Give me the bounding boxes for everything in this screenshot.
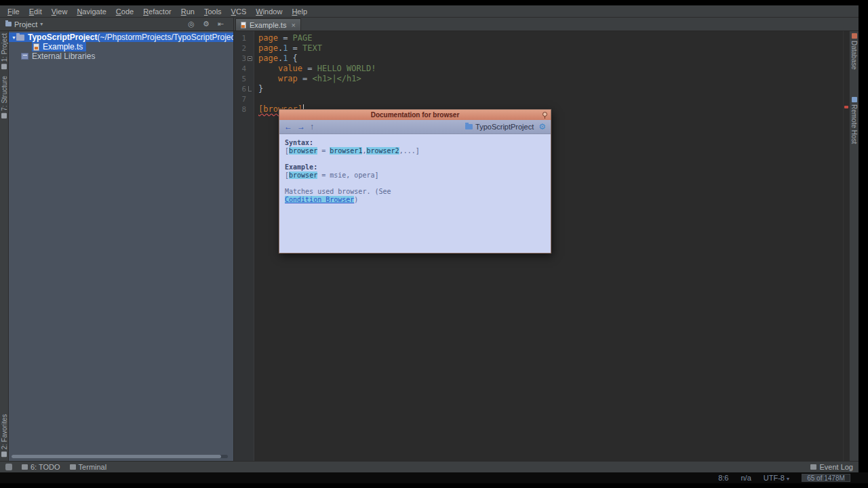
code-token: = bbox=[298, 74, 313, 83]
doc-text: browser1 bbox=[330, 147, 362, 155]
vcs-status[interactable]: n/a bbox=[741, 474, 751, 482]
tree-expander-icon[interactable]: ▼ bbox=[12, 35, 16, 40]
tree-item[interactable]: External Libraries bbox=[21, 52, 98, 61]
code-token: = bbox=[288, 43, 302, 53]
caret-position[interactable]: 8:6 bbox=[718, 474, 728, 482]
menu-item-navigate[interactable]: Navigate bbox=[72, 7, 111, 16]
editor-scrollbar[interactable] bbox=[843, 31, 849, 461]
status-bar: 8:6 n/a UTF-8 ▾ 65 of 1478M bbox=[0, 472, 868, 483]
tree-item[interactable]: Example.ts bbox=[32, 42, 86, 52]
menu-item-help[interactable]: Help bbox=[287, 7, 312, 16]
doc-settings-icon[interactable]: ⚙ bbox=[538, 122, 546, 131]
stripe-text: 7: Structure bbox=[1, 76, 8, 111]
doc-line-3: Example: bbox=[285, 163, 545, 171]
line-number: 8 bbox=[241, 104, 246, 115]
pin-icon[interactable] bbox=[542, 112, 547, 117]
hide-panel-button[interactable]: ⇤ bbox=[215, 20, 226, 28]
menu-mnemonic: E bbox=[29, 7, 34, 16]
toolwindow-button-1-project[interactable]: 1: Project bbox=[1, 33, 8, 69]
code-token: TEXT bbox=[302, 43, 322, 53]
doc-line-0: Syntax: bbox=[285, 139, 545, 147]
menu-item-code[interactable]: Code bbox=[111, 7, 138, 16]
line-number: 3 bbox=[241, 54, 246, 64]
tree-row-1[interactable]: Example.ts bbox=[9, 42, 233, 52]
menu-item-view[interactable]: View bbox=[47, 7, 73, 16]
gutter-line-5: 5 bbox=[234, 74, 254, 84]
forward-button[interactable]: → bbox=[297, 122, 305, 131]
close-tab-icon[interactable]: × bbox=[291, 21, 295, 29]
editor-tab-example-ts[interactable]: Example.ts × bbox=[235, 18, 301, 30]
menu-mnemonic: R bbox=[181, 7, 186, 16]
doc-project-scope[interactable]: TypoScriptProject bbox=[465, 123, 534, 131]
left-stripe-top: 1: Project7: Structure bbox=[1, 33, 8, 119]
line-number: 5 bbox=[241, 74, 246, 84]
fold-column bbox=[246, 84, 254, 94]
toolwindow-button-6-todo[interactable]: 6: TODO bbox=[22, 463, 60, 471]
right-toolwindow-stripe: DatabaseRemote Host bbox=[849, 31, 859, 461]
up-button[interactable]: ↑ bbox=[310, 122, 314, 131]
editor-gutter: 12345678 bbox=[234, 31, 254, 461]
toolwindow-button-remote-host[interactable]: Remote Host bbox=[850, 97, 858, 144]
menu-mnemonic: N bbox=[77, 7, 82, 16]
toolwindow-switcher-icon[interactable] bbox=[5, 464, 12, 470]
fold-close-icon[interactable] bbox=[248, 86, 252, 92]
project-view-selector[interactable]: Project bbox=[14, 20, 37, 28]
toolwindow-button-7-structure[interactable]: 7: Structure bbox=[1, 76, 8, 119]
encoding-selector[interactable]: UTF-8 ▾ bbox=[764, 474, 789, 482]
code-token: PAGE bbox=[293, 33, 313, 43]
doc-line-5 bbox=[285, 180, 545, 188]
menu-item-refactor[interactable]: Refactor bbox=[138, 7, 176, 16]
menu-item-run[interactable]: Run bbox=[176, 7, 199, 16]
toolwindow-button-database[interactable]: Database bbox=[850, 33, 858, 70]
memory-indicator[interactable]: 65 of 1478M bbox=[802, 474, 850, 482]
gutter-line-6: 6 bbox=[234, 84, 254, 94]
tree-row-2[interactable]: External Libraries bbox=[9, 52, 233, 61]
doc-line-4: [browser = msie, opera] bbox=[285, 171, 545, 180]
toolwindow-icon bbox=[1, 113, 7, 119]
code-line-3: page.1 { bbox=[258, 54, 849, 64]
doc-popup-header[interactable]: Documentation for browser bbox=[279, 110, 551, 120]
menu-item-file[interactable]: File bbox=[3, 7, 24, 16]
tree-item[interactable]: TypoScriptProject (~/PhpstormProjects/Ty… bbox=[16, 33, 233, 42]
menu-item-edit[interactable]: Edit bbox=[24, 7, 47, 16]
menu-item-tools[interactable]: Tools bbox=[199, 7, 226, 16]
menu-item-window[interactable]: Window bbox=[251, 7, 287, 16]
menu-mnemonic: C bbox=[116, 7, 121, 16]
stripe-text: Remote Host bbox=[850, 104, 858, 144]
toolwindow-button-terminal[interactable]: Terminal bbox=[70, 463, 107, 471]
hscrollbar-thumb[interactable] bbox=[12, 455, 221, 458]
documentation-popup: Documentation for browser ← → ↑ TypoScri… bbox=[279, 109, 551, 253]
fold-column bbox=[246, 43, 254, 54]
project-panel-hscrollbar[interactable] bbox=[12, 455, 228, 458]
file-ts-icon bbox=[33, 43, 39, 51]
code-token: HELLO WORLD! bbox=[317, 64, 376, 73]
gutter-line-8: 8 bbox=[234, 104, 254, 115]
menu-item-vcs[interactable]: VCS bbox=[226, 7, 252, 16]
locate-button[interactable]: ◎ bbox=[185, 20, 197, 28]
settings-button[interactable]: ⚙ bbox=[200, 20, 212, 28]
project-panel-header: Project ▾ ◎ ⚙ ⇤ bbox=[0, 18, 234, 30]
line-number: 6 bbox=[241, 84, 246, 94]
line-number: 1 bbox=[241, 33, 246, 43]
bottom-toolwindow-bar: 6: TODOTerminal Event Log bbox=[0, 461, 859, 472]
gutter-line-7: 7 bbox=[234, 94, 254, 104]
bottom-bar-left: 6: TODOTerminal bbox=[22, 463, 106, 471]
doc-text: = msie, opera] bbox=[317, 171, 378, 179]
doc-link[interactable]: Condition Browser bbox=[285, 196, 354, 203]
doc-text: ,...] bbox=[399, 147, 420, 155]
toolwindow-icon bbox=[1, 64, 7, 69]
back-button[interactable]: ← bbox=[284, 122, 292, 131]
dropdown-arrow-icon: ▾ bbox=[40, 21, 43, 27]
code-token: page bbox=[258, 43, 278, 53]
code-token: { bbox=[288, 54, 297, 63]
code-line-6: } bbox=[258, 84, 849, 94]
stripe-text: Database bbox=[850, 41, 858, 70]
error-stripe-mark[interactable] bbox=[844, 106, 848, 108]
fold-column bbox=[246, 64, 254, 74]
toolwindow-button-2-favorites[interactable]: 2: Favorites bbox=[1, 414, 8, 457]
code-line-5: wrap = <h1>|</h1> bbox=[258, 74, 849, 84]
tree-row-0[interactable]: ▼TypoScriptProject (~/PhpstormProjects/T… bbox=[9, 33, 233, 42]
left-toolwindow-stripe: 1: Project7: Structure 2: Favorites bbox=[0, 31, 9, 461]
toolwindow-button-event-log[interactable]: Event Log bbox=[810, 463, 853, 471]
fold-open-icon[interactable] bbox=[248, 56, 252, 61]
